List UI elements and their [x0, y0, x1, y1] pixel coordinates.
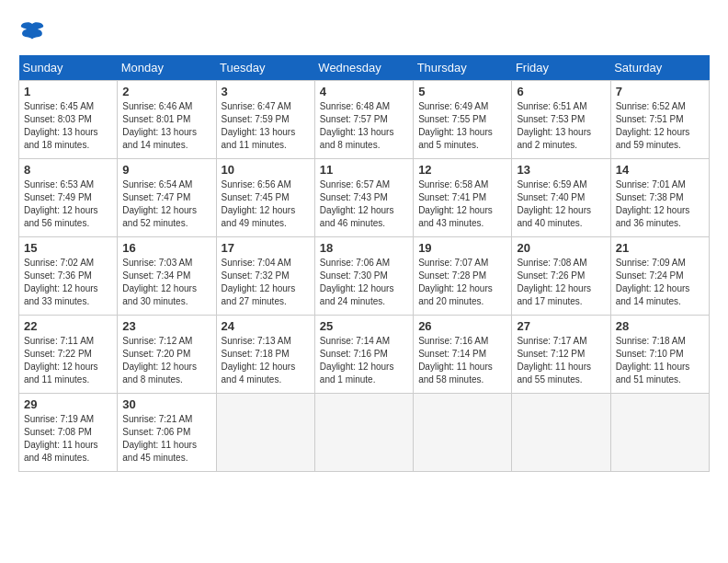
day-info: Sunrise: 7:09 AM Sunset: 7:24 PM Dayligh…: [616, 257, 704, 308]
calendar-cell: 30Sunrise: 7:21 AM Sunset: 7:06 PM Dayli…: [118, 394, 216, 472]
calendar-cell: 7Sunrise: 6:52 AM Sunset: 7:51 PM Daylig…: [610, 81, 709, 159]
calendar-cell: 13Sunrise: 6:59 AM Sunset: 7:40 PM Dayli…: [512, 159, 610, 237]
calendar-cell: 5Sunrise: 6:49 AM Sunset: 7:55 PM Daylig…: [414, 81, 512, 159]
day-number: 30: [122, 397, 210, 411]
day-info: Sunrise: 6:48 AM Sunset: 7:57 PM Dayligh…: [320, 100, 408, 152]
calendar-cell: [512, 394, 610, 472]
day-info: Sunrise: 6:56 AM Sunset: 7:45 PM Dayligh…: [222, 178, 310, 230]
day-info: Sunrise: 7:18 AM Sunset: 7:10 PM Dayligh…: [616, 335, 704, 386]
day-number: 13: [517, 163, 605, 177]
calendar-cell: 22Sunrise: 7:11 AM Sunset: 7:22 PM Dayli…: [19, 316, 118, 394]
day-info: Sunrise: 7:02 AM Sunset: 7:36 PM Dayligh…: [24, 257, 112, 308]
day-info: Sunrise: 7:01 AM Sunset: 7:38 PM Dayligh…: [616, 178, 704, 230]
day-number: 24: [222, 319, 310, 333]
day-info: Sunrise: 7:11 AM Sunset: 7:22 PM Dayligh…: [24, 335, 112, 386]
day-number: 22: [24, 319, 112, 333]
weekday-header: Friday: [512, 55, 610, 81]
calendar-cell: [414, 394, 512, 472]
day-info: Sunrise: 7:21 AM Sunset: 7:06 PM Dayligh…: [122, 413, 210, 465]
day-number: 18: [320, 241, 408, 255]
day-info: Sunrise: 7:03 AM Sunset: 7:34 PM Dayligh…: [122, 257, 210, 308]
day-info: Sunrise: 6:49 AM Sunset: 7:55 PM Dayligh…: [418, 100, 506, 152]
calendar-cell: 16Sunrise: 7:03 AM Sunset: 7:34 PM Dayli…: [118, 237, 216, 316]
day-number: 7: [616, 85, 704, 98]
day-number: 12: [418, 163, 506, 177]
calendar-cell: 12Sunrise: 6:58 AM Sunset: 7:41 PM Dayli…: [414, 159, 512, 237]
day-number: 14: [616, 163, 704, 177]
calendar-header-row: SundayMondayTuesdayWednesdayThursdayFrid…: [19, 55, 710, 81]
calendar-cell: 8Sunrise: 6:53 AM Sunset: 7:49 PM Daylig…: [19, 159, 118, 237]
calendar-cell: 14Sunrise: 7:01 AM Sunset: 7:38 PM Dayli…: [610, 159, 709, 237]
calendar-row: 1Sunrise: 6:45 AM Sunset: 8:03 PM Daylig…: [19, 81, 710, 159]
day-info: Sunrise: 6:45 AM Sunset: 8:03 PM Dayligh…: [24, 100, 112, 152]
day-info: Sunrise: 6:46 AM Sunset: 8:01 PM Dayligh…: [122, 100, 210, 152]
day-number: 1: [24, 85, 112, 98]
day-number: 6: [517, 85, 605, 98]
calendar-cell: 28Sunrise: 7:18 AM Sunset: 7:10 PM Dayli…: [610, 316, 709, 394]
calendar-cell: 25Sunrise: 7:14 AM Sunset: 7:16 PM Dayli…: [314, 316, 413, 394]
calendar-cell: 9Sunrise: 6:54 AM Sunset: 7:47 PM Daylig…: [118, 159, 216, 237]
calendar-cell: 2Sunrise: 6:46 AM Sunset: 8:01 PM Daylig…: [118, 81, 216, 159]
day-info: Sunrise: 7:13 AM Sunset: 7:18 PM Dayligh…: [222, 335, 310, 386]
calendar-cell: 19Sunrise: 7:07 AM Sunset: 7:28 PM Dayli…: [414, 237, 512, 316]
weekday-header: Wednesday: [314, 55, 413, 81]
day-info: Sunrise: 7:19 AM Sunset: 7:08 PM Dayligh…: [24, 413, 112, 465]
weekday-header: Tuesday: [216, 55, 314, 81]
day-number: 10: [222, 163, 310, 177]
calendar-cell: [216, 394, 314, 472]
weekday-header: Sunday: [19, 55, 118, 81]
calendar-cell: 20Sunrise: 7:08 AM Sunset: 7:26 PM Dayli…: [512, 237, 610, 316]
day-info: Sunrise: 7:12 AM Sunset: 7:20 PM Dayligh…: [122, 335, 210, 386]
day-info: Sunrise: 6:54 AM Sunset: 7:47 PM Dayligh…: [122, 178, 210, 230]
day-info: Sunrise: 7:08 AM Sunset: 7:26 PM Dayligh…: [517, 257, 605, 308]
day-number: 16: [122, 241, 210, 255]
day-info: Sunrise: 6:53 AM Sunset: 7:49 PM Dayligh…: [24, 178, 112, 230]
day-number: 5: [418, 85, 506, 98]
calendar-row: 15Sunrise: 7:02 AM Sunset: 7:36 PM Dayli…: [19, 237, 710, 316]
calendar-cell: 10Sunrise: 6:56 AM Sunset: 7:45 PM Dayli…: [216, 159, 314, 237]
weekday-header: Saturday: [610, 55, 709, 81]
day-number: 19: [418, 241, 506, 255]
calendar-row: 29Sunrise: 7:19 AM Sunset: 7:08 PM Dayli…: [19, 394, 710, 472]
calendar-cell: 3Sunrise: 6:47 AM Sunset: 7:59 PM Daylig…: [216, 81, 314, 159]
day-info: Sunrise: 7:17 AM Sunset: 7:12 PM Dayligh…: [517, 335, 605, 386]
day-number: 20: [517, 241, 605, 255]
calendar-cell: 4Sunrise: 6:48 AM Sunset: 7:57 PM Daylig…: [314, 81, 413, 159]
logo: [18, 18, 50, 46]
day-number: 2: [122, 85, 210, 98]
calendar-cell: 27Sunrise: 7:17 AM Sunset: 7:12 PM Dayli…: [512, 316, 610, 394]
day-number: 15: [24, 241, 112, 255]
day-number: 29: [24, 397, 112, 411]
day-number: 21: [616, 241, 704, 255]
day-number: 3: [222, 85, 310, 98]
calendar-cell: 17Sunrise: 7:04 AM Sunset: 7:32 PM Dayli…: [216, 237, 314, 316]
calendar-cell: 24Sunrise: 7:13 AM Sunset: 7:18 PM Dayli…: [216, 316, 314, 394]
day-info: Sunrise: 7:04 AM Sunset: 7:32 PM Dayligh…: [222, 257, 310, 308]
day-number: 25: [320, 319, 408, 333]
day-number: 26: [418, 319, 506, 333]
day-info: Sunrise: 7:16 AM Sunset: 7:14 PM Dayligh…: [418, 335, 506, 386]
day-number: 28: [616, 319, 704, 333]
calendar-cell: [610, 394, 709, 472]
weekday-header: Monday: [118, 55, 216, 81]
calendar-cell: 18Sunrise: 7:06 AM Sunset: 7:30 PM Dayli…: [314, 237, 413, 316]
calendar-cell: 6Sunrise: 6:51 AM Sunset: 7:53 PM Daylig…: [512, 81, 610, 159]
day-number: 9: [122, 163, 210, 177]
calendar-cell: [314, 394, 413, 472]
day-info: Sunrise: 6:47 AM Sunset: 7:59 PM Dayligh…: [222, 100, 310, 152]
day-info: Sunrise: 6:51 AM Sunset: 7:53 PM Dayligh…: [517, 100, 605, 152]
day-info: Sunrise: 6:59 AM Sunset: 7:40 PM Dayligh…: [517, 178, 605, 230]
calendar-row: 22Sunrise: 7:11 AM Sunset: 7:22 PM Dayli…: [19, 316, 710, 394]
day-number: 8: [24, 163, 112, 177]
day-number: 23: [122, 319, 210, 333]
day-number: 17: [222, 241, 310, 255]
weekday-header: Thursday: [414, 55, 512, 81]
day-info: Sunrise: 6:52 AM Sunset: 7:51 PM Dayligh…: [616, 100, 704, 152]
calendar-cell: 21Sunrise: 7:09 AM Sunset: 7:24 PM Dayli…: [610, 237, 709, 316]
calendar-table: SundayMondayTuesdayWednesdayThursdayFrid…: [18, 55, 710, 472]
day-info: Sunrise: 7:06 AM Sunset: 7:30 PM Dayligh…: [320, 257, 408, 308]
calendar-row: 8Sunrise: 6:53 AM Sunset: 7:49 PM Daylig…: [19, 159, 710, 237]
calendar-cell: 23Sunrise: 7:12 AM Sunset: 7:20 PM Dayli…: [118, 316, 216, 394]
day-info: Sunrise: 6:58 AM Sunset: 7:41 PM Dayligh…: [418, 178, 506, 230]
day-info: Sunrise: 7:14 AM Sunset: 7:16 PM Dayligh…: [320, 335, 408, 386]
